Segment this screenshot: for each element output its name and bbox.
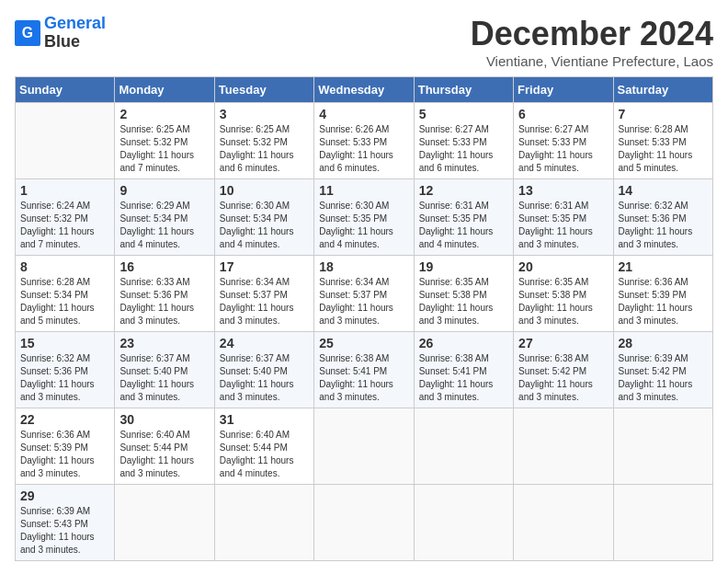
- calendar-day-cell: 30Sunrise: 6:40 AM Sunset: 5:44 PM Dayli…: [115, 408, 214, 485]
- calendar-day-cell: 21Sunrise: 6:36 AM Sunset: 5:39 PM Dayli…: [613, 256, 712, 332]
- calendar-day-cell: 25Sunrise: 6:38 AM Sunset: 5:41 PM Dayli…: [314, 332, 414, 408]
- day-header-tuesday: Tuesday: [214, 77, 313, 103]
- day-info: Sunrise: 6:31 AM Sunset: 5:35 PM Dayligh…: [518, 200, 608, 251]
- day-number: 15: [20, 336, 109, 350]
- calendar-day-cell: 18Sunrise: 6:34 AM Sunset: 5:37 PM Dayli…: [314, 256, 414, 332]
- day-number: 13: [518, 183, 608, 198]
- day-info: Sunrise: 6:35 AM Sunset: 5:38 PM Dayligh…: [518, 276, 608, 327]
- day-number: 19: [419, 259, 508, 274]
- day-info: Sunrise: 6:34 AM Sunset: 5:37 PM Dayligh…: [319, 276, 408, 327]
- day-info: Sunrise: 6:40 AM Sunset: 5:44 PM Dayligh…: [220, 429, 309, 480]
- day-info: Sunrise: 6:33 AM Sunset: 5:36 PM Dayligh…: [119, 276, 209, 327]
- calendar-day-cell: 17Sunrise: 6:34 AM Sunset: 5:37 PM Dayli…: [214, 256, 313, 332]
- calendar-table: SundayMondayTuesdayWednesdayThursdayFrid…: [15, 76, 713, 561]
- day-number: 24: [220, 336, 309, 350]
- calendar-day-cell: [514, 408, 613, 485]
- calendar-day-cell: [314, 485, 414, 561]
- day-number: 28: [619, 336, 708, 350]
- day-number: 30: [119, 412, 209, 427]
- day-number: 21: [619, 259, 708, 274]
- calendar-day-cell: 11Sunrise: 6:30 AM Sunset: 5:35 PM Dayli…: [314, 179, 414, 256]
- calendar-day-cell: [16, 103, 115, 179]
- calendar-day-cell: 31Sunrise: 6:40 AM Sunset: 5:44 PM Dayli…: [214, 408, 313, 485]
- calendar-day-cell: 7Sunrise: 6:28 AM Sunset: 5:33 PM Daylig…: [613, 103, 712, 179]
- day-number: 8: [20, 259, 109, 274]
- day-number: 6: [518, 107, 608, 121]
- calendar-week-row: 2Sunrise: 6:25 AM Sunset: 5:32 PM Daylig…: [16, 103, 713, 179]
- day-header-saturday: Saturday: [613, 77, 712, 103]
- day-info: Sunrise: 6:28 AM Sunset: 5:33 PM Dayligh…: [619, 123, 708, 175]
- day-info: Sunrise: 6:24 AM Sunset: 5:32 PM Dayligh…: [20, 200, 109, 251]
- day-info: Sunrise: 6:30 AM Sunset: 5:35 PM Dayligh…: [319, 200, 408, 251]
- day-info: Sunrise: 6:31 AM Sunset: 5:35 PM Dayligh…: [419, 200, 508, 251]
- day-info: Sunrise: 6:29 AM Sunset: 5:34 PM Dayligh…: [119, 200, 209, 251]
- calendar-day-cell: 14Sunrise: 6:32 AM Sunset: 5:36 PM Dayli…: [613, 179, 712, 256]
- day-info: Sunrise: 6:27 AM Sunset: 5:33 PM Dayligh…: [419, 123, 508, 175]
- day-info: Sunrise: 6:40 AM Sunset: 5:44 PM Dayligh…: [119, 429, 209, 480]
- day-info: Sunrise: 6:32 AM Sunset: 5:36 PM Dayligh…: [619, 200, 708, 251]
- day-number: 29: [20, 488, 109, 503]
- day-info: Sunrise: 6:35 AM Sunset: 5:38 PM Dayligh…: [419, 276, 508, 327]
- day-number: 31: [220, 412, 309, 427]
- day-info: Sunrise: 6:34 AM Sunset: 5:37 PM Dayligh…: [220, 276, 309, 327]
- calendar-day-cell: 10Sunrise: 6:30 AM Sunset: 5:34 PM Dayli…: [214, 179, 313, 256]
- calendar-day-cell: 4Sunrise: 6:26 AM Sunset: 5:33 PM Daylig…: [314, 103, 414, 179]
- day-info: Sunrise: 6:28 AM Sunset: 5:34 PM Dayligh…: [20, 276, 109, 327]
- day-number: 7: [619, 107, 708, 121]
- day-header-thursday: Thursday: [414, 77, 513, 103]
- day-info: Sunrise: 6:25 AM Sunset: 5:32 PM Dayligh…: [220, 123, 309, 175]
- day-number: 10: [220, 183, 309, 198]
- day-number: 14: [619, 183, 708, 198]
- day-header-friday: Friday: [514, 77, 613, 103]
- day-info: Sunrise: 6:30 AM Sunset: 5:34 PM Dayligh…: [220, 200, 309, 251]
- month-title: December 2024: [471, 15, 713, 53]
- day-number: 22: [20, 412, 109, 427]
- calendar-day-cell: [414, 408, 513, 485]
- calendar-day-cell: 1Sunrise: 6:24 AM Sunset: 5:32 PM Daylig…: [16, 179, 115, 256]
- title-block: December 2024 Vientiane, Vientiane Prefe…: [471, 15, 713, 69]
- calendar-day-cell: 27Sunrise: 6:38 AM Sunset: 5:42 PM Dayli…: [514, 332, 613, 408]
- logo-icon: G: [15, 20, 40, 46]
- day-info: Sunrise: 6:38 AM Sunset: 5:41 PM Dayligh…: [419, 352, 508, 404]
- calendar-day-cell: 16Sunrise: 6:33 AM Sunset: 5:36 PM Dayli…: [115, 256, 214, 332]
- day-info: Sunrise: 6:27 AM Sunset: 5:33 PM Dayligh…: [518, 123, 608, 175]
- day-number: 17: [220, 259, 309, 274]
- calendar-week-row: 15Sunrise: 6:32 AM Sunset: 5:36 PM Dayli…: [16, 332, 713, 408]
- day-header-monday: Monday: [115, 77, 214, 103]
- svg-text:G: G: [22, 25, 33, 40]
- calendar-day-cell: [214, 485, 313, 561]
- day-header-sunday: Sunday: [16, 77, 115, 103]
- calendar-day-cell: 24Sunrise: 6:37 AM Sunset: 5:40 PM Dayli…: [214, 332, 313, 408]
- day-info: Sunrise: 6:36 AM Sunset: 5:39 PM Dayligh…: [619, 276, 708, 327]
- day-number: 27: [518, 336, 608, 350]
- page-header: G General Blue December 2024 Vientiane, …: [15, 15, 713, 69]
- day-info: Sunrise: 6:26 AM Sunset: 5:33 PM Dayligh…: [319, 123, 408, 175]
- calendar-day-cell: 6Sunrise: 6:27 AM Sunset: 5:33 PM Daylig…: [514, 103, 613, 179]
- calendar-week-row: 22Sunrise: 6:36 AM Sunset: 5:39 PM Dayli…: [16, 408, 713, 485]
- day-info: Sunrise: 6:32 AM Sunset: 5:36 PM Dayligh…: [20, 352, 109, 404]
- day-number: 1: [20, 183, 109, 198]
- calendar-day-cell: [314, 408, 414, 485]
- day-number: 23: [119, 336, 209, 350]
- calendar-week-row: 29Sunrise: 6:39 AM Sunset: 5:43 PM Dayli…: [16, 485, 713, 561]
- day-number: 18: [319, 259, 408, 274]
- day-info: Sunrise: 6:39 AM Sunset: 5:42 PM Dayligh…: [619, 352, 708, 404]
- calendar-day-cell: 2Sunrise: 6:25 AM Sunset: 5:32 PM Daylig…: [115, 103, 214, 179]
- calendar-day-cell: 26Sunrise: 6:38 AM Sunset: 5:41 PM Dayli…: [414, 332, 513, 408]
- calendar-day-cell: 8Sunrise: 6:28 AM Sunset: 5:34 PM Daylig…: [16, 256, 115, 332]
- day-number: 25: [319, 336, 408, 350]
- day-number: 11: [319, 183, 408, 198]
- day-number: 2: [119, 107, 209, 121]
- day-info: Sunrise: 6:25 AM Sunset: 5:32 PM Dayligh…: [119, 123, 209, 175]
- day-number: 26: [419, 336, 508, 350]
- calendar-day-cell: 22Sunrise: 6:36 AM Sunset: 5:39 PM Dayli…: [16, 408, 115, 485]
- day-number: 4: [319, 107, 408, 121]
- day-info: Sunrise: 6:39 AM Sunset: 5:43 PM Dayligh…: [20, 505, 109, 557]
- calendar-day-cell: 23Sunrise: 6:37 AM Sunset: 5:40 PM Dayli…: [115, 332, 214, 408]
- day-number: 5: [419, 107, 508, 121]
- calendar-day-cell: 29Sunrise: 6:39 AM Sunset: 5:43 PM Dayli…: [16, 485, 115, 561]
- logo-text: General Blue: [44, 15, 106, 52]
- location-title: Vientiane, Vientiane Prefecture, Laos: [471, 53, 713, 69]
- day-number: 20: [518, 259, 608, 274]
- logo: G General Blue: [15, 15, 106, 52]
